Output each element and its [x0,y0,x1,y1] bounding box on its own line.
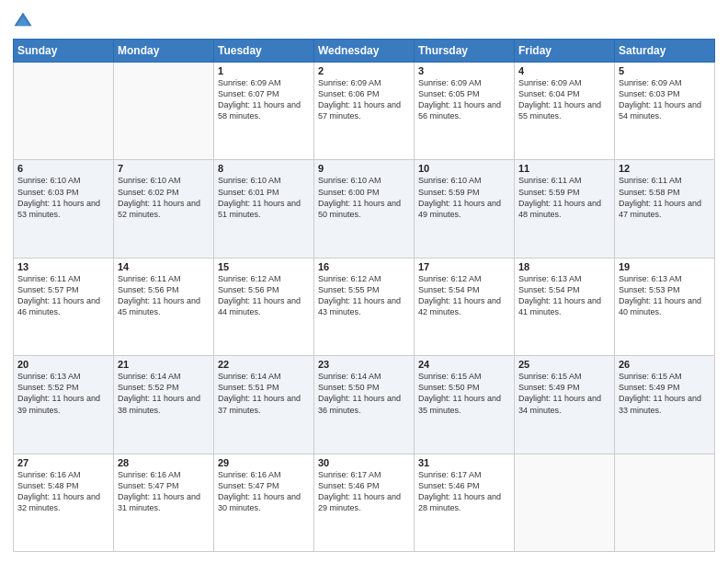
day-info: Sunrise: 6:11 AM Sunset: 5:57 PM Dayligh… [17,273,109,318]
day-number: 29 [218,457,310,468]
day-info: Sunrise: 6:15 AM Sunset: 5:50 PM Dayligh… [418,371,510,416]
day-number: 20 [17,359,109,370]
calendar-cell: 10Sunrise: 6:10 AM Sunset: 5:59 PM Dayli… [415,160,515,258]
day-info: Sunrise: 6:11 AM Sunset: 5:58 PM Dayligh… [619,175,711,220]
calendar-cell: 18Sunrise: 6:13 AM Sunset: 5:54 PM Dayli… [515,258,615,355]
day-number: 26 [619,359,711,370]
calendar-cell: 5Sunrise: 6:09 AM Sunset: 6:03 PM Daylig… [615,63,715,160]
calendar-cell: 20Sunrise: 6:13 AM Sunset: 5:52 PM Dayli… [14,356,114,454]
day-info: Sunrise: 6:10 AM Sunset: 6:01 PM Dayligh… [218,175,310,220]
day-info: Sunrise: 6:11 AM Sunset: 5:59 PM Dayligh… [518,175,610,220]
day-info: Sunrise: 6:09 AM Sunset: 6:04 PM Dayligh… [518,77,610,122]
day-info: Sunrise: 6:14 AM Sunset: 5:52 PM Dayligh… [118,371,210,416]
calendar-week-row: 13Sunrise: 6:11 AM Sunset: 5:57 PM Dayli… [14,258,715,355]
calendar-header: SundayMondayTuesdayWednesdayThursdayFrid… [14,40,715,63]
day-number: 30 [318,457,410,468]
day-number: 24 [418,359,510,370]
logo-icon [13,11,33,31]
day-info: Sunrise: 6:13 AM Sunset: 5:54 PM Dayligh… [518,273,610,318]
calendar-cell: 11Sunrise: 6:11 AM Sunset: 5:59 PM Dayli… [515,160,615,258]
day-info: Sunrise: 6:13 AM Sunset: 5:53 PM Dayligh… [619,273,711,318]
calendar-cell: 12Sunrise: 6:11 AM Sunset: 5:58 PM Dayli… [615,160,715,258]
day-info: Sunrise: 6:16 AM Sunset: 5:47 PM Dayligh… [118,469,210,514]
calendar-cell [114,63,214,160]
day-info: Sunrise: 6:16 AM Sunset: 5:48 PM Dayligh… [17,469,109,514]
day-number: 1 [218,65,310,76]
calendar-cell [615,454,715,551]
day-number: 22 [218,359,310,370]
calendar-cell: 25Sunrise: 6:15 AM Sunset: 5:49 PM Dayli… [515,356,615,454]
calendar-cell: 8Sunrise: 6:10 AM Sunset: 6:01 PM Daylig… [214,160,314,258]
day-number: 16 [318,261,410,272]
calendar-cell [14,63,114,160]
calendar-cell: 16Sunrise: 6:12 AM Sunset: 5:55 PM Dayli… [314,258,415,355]
calendar-cell: 7Sunrise: 6:10 AM Sunset: 6:02 PM Daylig… [114,160,214,258]
calendar-cell: 24Sunrise: 6:15 AM Sunset: 5:50 PM Dayli… [415,356,515,454]
day-number: 17 [418,261,510,272]
calendar-cell: 15Sunrise: 6:12 AM Sunset: 5:56 PM Dayli… [214,258,314,355]
day-number: 25 [518,359,610,370]
day-info: Sunrise: 6:13 AM Sunset: 5:52 PM Dayligh… [17,371,109,416]
calendar-cell: 1Sunrise: 6:09 AM Sunset: 6:07 PM Daylig… [214,63,314,160]
calendar-cell: 30Sunrise: 6:17 AM Sunset: 5:46 PM Dayli… [314,454,415,551]
day-number: 13 [17,261,109,272]
calendar-cell: 13Sunrise: 6:11 AM Sunset: 5:57 PM Dayli… [14,258,114,355]
day-info: Sunrise: 6:09 AM Sunset: 6:06 PM Dayligh… [318,77,410,122]
day-number: 4 [518,65,610,76]
day-info: Sunrise: 6:10 AM Sunset: 6:00 PM Dayligh… [318,175,410,220]
calendar-cell: 26Sunrise: 6:15 AM Sunset: 5:49 PM Dayli… [615,356,715,454]
day-info: Sunrise: 6:09 AM Sunset: 6:07 PM Dayligh… [218,77,310,122]
day-info: Sunrise: 6:15 AM Sunset: 5:49 PM Dayligh… [619,371,711,416]
calendar-week-row: 6Sunrise: 6:10 AM Sunset: 6:03 PM Daylig… [14,160,715,258]
weekday-header: Monday [114,40,214,63]
calendar-week-row: 27Sunrise: 6:16 AM Sunset: 5:48 PM Dayli… [14,454,715,551]
logo [13,11,37,31]
calendar-cell: 6Sunrise: 6:10 AM Sunset: 6:03 PM Daylig… [14,160,114,258]
day-info: Sunrise: 6:09 AM Sunset: 6:03 PM Dayligh… [619,77,711,122]
day-number: 10 [418,163,510,174]
calendar-cell: 27Sunrise: 6:16 AM Sunset: 5:48 PM Dayli… [14,454,114,551]
day-number: 6 [17,163,109,174]
weekday-header: Wednesday [314,40,415,63]
day-number: 28 [118,457,210,468]
calendar-cell: 9Sunrise: 6:10 AM Sunset: 6:00 PM Daylig… [314,160,415,258]
calendar-week-row: 20Sunrise: 6:13 AM Sunset: 5:52 PM Dayli… [14,356,715,454]
calendar-week-row: 1Sunrise: 6:09 AM Sunset: 6:07 PM Daylig… [14,63,715,160]
weekday-row: SundayMondayTuesdayWednesdayThursdayFrid… [14,40,715,63]
page: SundayMondayTuesdayWednesdayThursdayFrid… [0,0,728,563]
calendar-cell: 2Sunrise: 6:09 AM Sunset: 6:06 PM Daylig… [314,63,415,160]
calendar-cell: 19Sunrise: 6:13 AM Sunset: 5:53 PM Dayli… [615,258,715,355]
day-number: 31 [418,457,510,468]
day-info: Sunrise: 6:15 AM Sunset: 5:49 PM Dayligh… [518,371,610,416]
day-number: 19 [619,261,711,272]
day-info: Sunrise: 6:12 AM Sunset: 5:55 PM Dayligh… [318,273,410,318]
calendar-cell: 31Sunrise: 6:17 AM Sunset: 5:46 PM Dayli… [415,454,515,551]
day-number: 8 [218,163,310,174]
day-number: 5 [619,65,711,76]
calendar-cell: 3Sunrise: 6:09 AM Sunset: 6:05 PM Daylig… [415,63,515,160]
day-info: Sunrise: 6:12 AM Sunset: 5:56 PM Dayligh… [218,273,310,318]
calendar-cell [515,454,615,551]
calendar-table: SundayMondayTuesdayWednesdayThursdayFrid… [13,39,715,552]
day-number: 12 [619,163,711,174]
day-number: 23 [318,359,410,370]
day-number: 3 [418,65,510,76]
calendar-cell: 29Sunrise: 6:16 AM Sunset: 5:47 PM Dayli… [214,454,314,551]
calendar-body: 1Sunrise: 6:09 AM Sunset: 6:07 PM Daylig… [14,63,715,552]
day-info: Sunrise: 6:10 AM Sunset: 6:03 PM Dayligh… [17,175,109,220]
weekday-header: Friday [515,40,615,63]
day-number: 21 [118,359,210,370]
day-info: Sunrise: 6:14 AM Sunset: 5:51 PM Dayligh… [218,371,310,416]
weekday-header: Saturday [615,40,715,63]
weekday-header: Sunday [14,40,114,63]
calendar-cell: 17Sunrise: 6:12 AM Sunset: 5:54 PM Dayli… [415,258,515,355]
day-number: 9 [318,163,410,174]
day-number: 15 [218,261,310,272]
day-info: Sunrise: 6:10 AM Sunset: 5:59 PM Dayligh… [418,175,510,220]
day-number: 7 [118,163,210,174]
day-info: Sunrise: 6:11 AM Sunset: 5:56 PM Dayligh… [118,273,210,318]
day-number: 27 [17,457,109,468]
calendar-cell: 28Sunrise: 6:16 AM Sunset: 5:47 PM Dayli… [114,454,214,551]
calendar-cell: 21Sunrise: 6:14 AM Sunset: 5:52 PM Dayli… [114,356,214,454]
day-info: Sunrise: 6:09 AM Sunset: 6:05 PM Dayligh… [418,77,510,122]
